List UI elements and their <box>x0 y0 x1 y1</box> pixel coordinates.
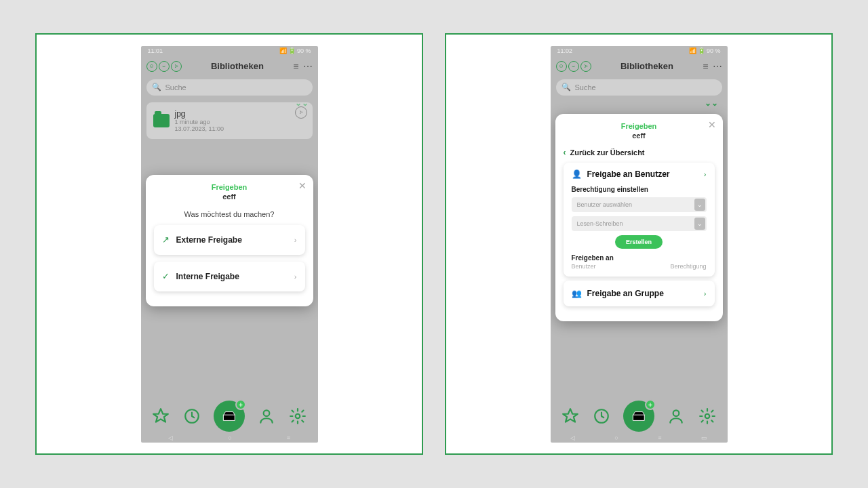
folder-icon <box>153 114 170 127</box>
close-icon[interactable]: ✕ <box>298 180 307 191</box>
select-user[interactable]: Benutzer auswählen ⌄ <box>572 197 707 212</box>
share-detail-modal: ✕ Freigeben eeff ‹ Zurück zur Übersicht … <box>555 114 723 321</box>
screenshot-frame-left: 11:01 📶 🔋 90 % ☺ ⌣ ⪢ Bibliotheken ≡ ⋯ 🔍 … <box>35 33 423 455</box>
android-nav: ◁ ○ ≡ ▭ <box>551 433 728 443</box>
nav-favorites[interactable] <box>561 407 580 426</box>
app-header: ☺ ⌣ ⪢ Bibliotheken ≡ ⋯ <box>141 56 318 77</box>
chevron-left-icon: ‹ <box>564 148 566 157</box>
svg-point-5 <box>705 413 710 418</box>
nav-profile[interactable] <box>257 407 276 426</box>
more-icon[interactable]: ⋯ <box>713 61 722 72</box>
more-icon[interactable]: ⋯ <box>303 61 313 72</box>
page-title: Bibliotheken <box>184 61 291 71</box>
back-soft-icon[interactable]: ◁ <box>570 434 575 441</box>
phone-screen-right: 11:02 📶 🔋 90 % ☺ ⌣ ⪢ Bibliotheken ≡ ⋯ 🔍 … <box>551 46 728 443</box>
nav-settings[interactable] <box>288 407 307 426</box>
bottom-nav: + <box>141 399 318 433</box>
chevron-right-icon: › <box>704 289 707 298</box>
file-share-icon[interactable]: ⪢ <box>295 106 307 119</box>
hamburger-icon[interactable]: ≡ <box>703 61 708 72</box>
create-button[interactable]: Erstellen <box>615 235 663 249</box>
nav-profile[interactable] <box>667 407 686 426</box>
chevron-right-icon: › <box>294 272 297 281</box>
user-icon[interactable]: ☺ <box>556 61 567 72</box>
back-soft-icon[interactable]: ◁ <box>168 434 173 441</box>
col-user: Benutzer <box>572 263 596 270</box>
search-placeholder: Suche <box>165 83 186 92</box>
bottom-nav: + <box>551 399 728 433</box>
dropdown-icon: ⌄ <box>694 218 705 230</box>
col-perm: Berechtigung <box>670 263 706 270</box>
battery-icon: 🔋 <box>288 47 296 54</box>
group-share-icon: 👥 <box>572 289 582 298</box>
home-soft-icon[interactable]: ○ <box>228 434 231 441</box>
nav-library[interactable]: + <box>214 401 245 432</box>
nav-recent[interactable] <box>182 407 201 426</box>
user-share-icon: 👤 <box>572 169 582 179</box>
option-external-share[interactable]: ↗ Externe Freigabe › <box>154 225 305 255</box>
search-input[interactable]: 🔍 Suche <box>556 79 722 96</box>
extra-soft-icon[interactable]: ▭ <box>701 434 707 441</box>
option-label: Externe Freigabe <box>176 235 242 245</box>
home-soft-icon[interactable]: ○ <box>614 434 618 441</box>
back-link[interactable]: ‹ Zurück zur Übersicht <box>564 148 715 157</box>
user-icon[interactable]: ☺ <box>146 61 157 72</box>
share-group-card[interactable]: 👥 Freigabe an Gruppe › <box>564 281 715 306</box>
battery-pct: 90 % <box>707 47 721 54</box>
expand-icon[interactable]: ⌄⌄ <box>705 98 718 108</box>
modal-title: Freigeben <box>562 122 716 130</box>
status-right: 📶 🔋 90 % <box>689 47 721 54</box>
nav-recent[interactable] <box>592 407 611 426</box>
file-date: 13.07.2023, 11:00 <box>175 125 224 132</box>
status-bar: 11:02 📶 🔋 90 % <box>551 46 728 56</box>
share-icon[interactable]: ⪢ <box>580 61 591 72</box>
chevron-right-icon: › <box>704 170 707 178</box>
chevron-right-icon: › <box>294 236 297 244</box>
search-icon: 🔍 <box>561 83 571 92</box>
status-time: 11:02 <box>557 47 573 54</box>
file-ago: 1 minute ago <box>175 119 224 125</box>
hamburger-icon[interactable]: ≡ <box>293 61 298 72</box>
recent-soft-icon[interactable]: ≡ <box>287 434 290 441</box>
share-icon[interactable]: ⪢ <box>171 61 182 72</box>
wifi-icon: 📶 <box>689 47 696 54</box>
search-input[interactable]: 🔍 Suche <box>146 79 313 96</box>
header-menu: ≡ ⋯ <box>703 61 722 72</box>
card-header-user[interactable]: 👤 Freigabe an Benutzer › <box>572 169 707 179</box>
modal-title: Freigeben <box>153 183 307 191</box>
share-modal: ✕ Freigeben eeff Was möchtest du machen?… <box>146 175 313 306</box>
android-nav: ◁ ○ ≡ <box>141 433 318 443</box>
group-icon[interactable]: ⌣ <box>568 61 579 72</box>
svg-point-1 <box>264 410 270 416</box>
dropdown-icon: ⌄ <box>694 199 705 211</box>
card-title: Freigabe an Benutzer <box>587 169 670 179</box>
battery-pct: 90 % <box>297 47 311 54</box>
group-icon[interactable]: ⌣ <box>159 61 170 72</box>
back-label: Zurück zur Übersicht <box>570 148 645 157</box>
file-item[interactable]: jpg 1 minute ago 13.07.2023, 11:00 ⪢ <box>146 102 313 139</box>
svg-point-4 <box>673 410 679 416</box>
status-right: 📶 🔋 90 % <box>279 47 311 54</box>
external-icon: ↗ <box>162 235 170 245</box>
svg-point-2 <box>296 413 300 418</box>
header-menu: ≡ ⋯ <box>293 61 312 72</box>
select-permission[interactable]: Lesen-Schreiben ⌄ <box>572 216 707 231</box>
modal-subtitle: eeff <box>153 192 307 201</box>
header-icons: ☺ ⌣ ⪢ <box>556 61 591 72</box>
wifi-icon: 📶 <box>279 47 287 54</box>
option-internal-share[interactable]: ✓ Interne Freigabe › <box>154 262 305 291</box>
share-to-label: Freigeben an <box>572 254 707 262</box>
share-table: Freigeben an Benutzer Berechtigung <box>572 254 707 270</box>
recent-soft-icon[interactable]: ≡ <box>658 434 661 441</box>
status-time: 11:01 <box>148 47 163 54</box>
nav-library[interactable]: + <box>623 401 654 432</box>
nav-favorites[interactable] <box>151 407 170 426</box>
add-icon[interactable]: + <box>645 399 656 410</box>
add-icon[interactable]: + <box>235 399 246 410</box>
select-user-placeholder: Benutzer auswählen <box>577 201 633 208</box>
nav-settings[interactable] <box>698 407 717 426</box>
page-title: Bibliotheken <box>594 61 701 71</box>
battery-icon: 🔋 <box>698 47 705 54</box>
app-header: ☺ ⌣ ⪢ Bibliotheken ≡ ⋯ <box>551 56 728 77</box>
close-icon[interactable]: ✕ <box>708 119 716 130</box>
